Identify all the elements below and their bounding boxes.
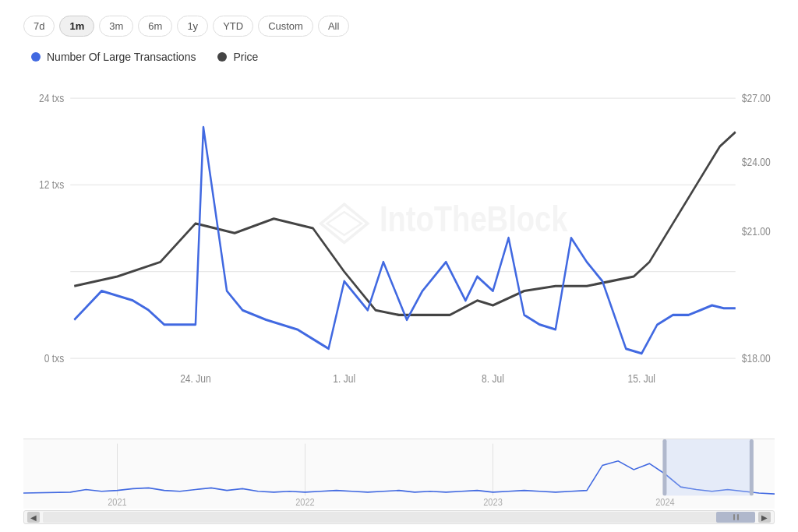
legend-dot-price bbox=[217, 52, 227, 62]
time-filter-all[interactable]: All bbox=[318, 16, 349, 37]
svg-text:IntoTheBlock: IntoTheBlock bbox=[380, 198, 568, 239]
svg-text:2021: 2021 bbox=[108, 496, 127, 507]
svg-text:$27.00: $27.00 bbox=[742, 92, 771, 104]
time-filter-custom[interactable]: Custom bbox=[258, 16, 313, 37]
time-filter-3m[interactable]: 3m bbox=[99, 16, 133, 37]
svg-text:1. Jul: 1. Jul bbox=[333, 372, 355, 385]
svg-text:0 txs: 0 txs bbox=[44, 352, 65, 365]
mini-chart-container: 2021 2022 2023 2024 bbox=[23, 439, 775, 509]
legend-dot-large-txs bbox=[31, 52, 41, 62]
scroll-thumb[interactable] bbox=[716, 512, 755, 523]
mini-chart-svg: 2021 2022 2023 2024 bbox=[23, 439, 775, 509]
main-container: 7d1m3m6m1yYTDCustomAll Number Of Large T… bbox=[0, 0, 798, 532]
scroll-thumb-line-2 bbox=[737, 514, 739, 520]
svg-rect-29 bbox=[750, 439, 754, 495]
svg-text:2024: 2024 bbox=[655, 496, 675, 507]
chart-legend: Number Of Large TransactionsPrice bbox=[31, 51, 775, 63]
svg-rect-27 bbox=[665, 439, 750, 495]
scroll-thumb-line-1 bbox=[733, 514, 735, 520]
svg-text:24. Jun: 24. Jun bbox=[180, 372, 210, 385]
scroll-right-button[interactable]: ▶ bbox=[758, 512, 771, 523]
svg-text:$21.00: $21.00 bbox=[742, 225, 771, 238]
legend-label-large-txs: Number Of Large Transactions bbox=[47, 51, 196, 63]
scroll-track[interactable] bbox=[43, 512, 755, 523]
svg-text:8. Jul: 8. Jul bbox=[482, 372, 504, 385]
legend-label-price: Price bbox=[233, 51, 258, 63]
time-filter-ytd[interactable]: YTD bbox=[213, 16, 253, 37]
svg-text:15. Jul: 15. Jul bbox=[628, 372, 655, 385]
main-chart-area: 24 txs 12 txs 0 txs $27.00 $24.00 $21.00… bbox=[23, 69, 775, 435]
svg-text:12 txs: 12 txs bbox=[39, 178, 64, 191]
svg-text:$24.00: $24.00 bbox=[742, 156, 771, 168]
time-filter-1m[interactable]: 1m bbox=[59, 16, 94, 37]
svg-text:$18.00: $18.00 bbox=[742, 352, 771, 365]
legend-item-large-txs: Number Of Large Transactions bbox=[31, 51, 196, 63]
main-chart-svg: 24 txs 12 txs 0 txs $27.00 $24.00 $21.00… bbox=[23, 69, 775, 435]
svg-rect-28 bbox=[662, 439, 666, 495]
scrollbar[interactable]: ◀ ▶ bbox=[23, 510, 775, 524]
time-filter-7d[interactable]: 7d bbox=[23, 16, 55, 37]
legend-item-price: Price bbox=[217, 51, 258, 63]
svg-text:2022: 2022 bbox=[295, 496, 315, 507]
time-filter-6m[interactable]: 6m bbox=[138, 16, 172, 37]
svg-text:24 txs: 24 txs bbox=[39, 92, 64, 104]
time-filter-bar: 7d1m3m6m1yYTDCustomAll bbox=[23, 16, 775, 37]
scroll-left-button[interactable]: ◀ bbox=[27, 512, 40, 523]
time-filter-1y[interactable]: 1y bbox=[177, 16, 208, 37]
svg-text:2023: 2023 bbox=[483, 496, 503, 507]
